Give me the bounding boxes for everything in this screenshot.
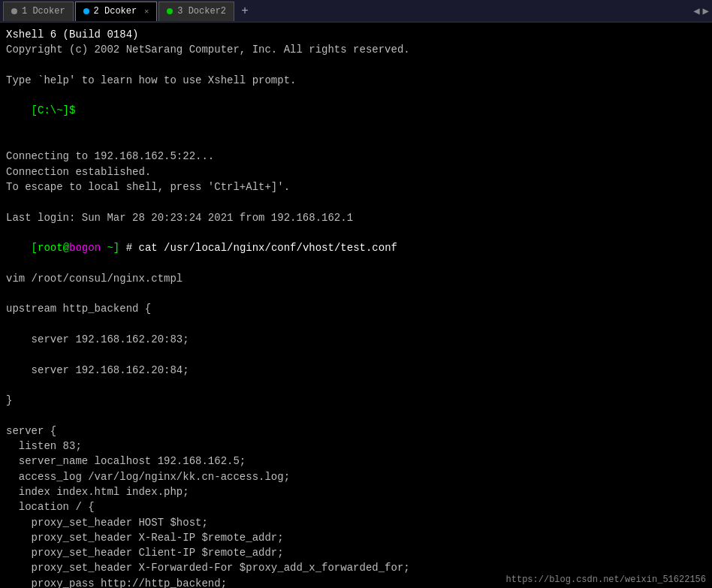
upstream-close: }	[6, 393, 706, 408]
blank-6	[6, 347, 706, 362]
server-83: server 192.168.162.20:83;	[6, 332, 706, 347]
blank-4	[6, 286, 706, 301]
tab-1-dot	[11, 8, 17, 14]
tab-prev-icon[interactable]: ◀	[693, 5, 699, 17]
tab-2-dot	[83, 8, 89, 14]
index-line: index index.html index.php;	[6, 484, 706, 499]
prompt-hash: #	[119, 242, 138, 254]
prompt-at: @	[63, 242, 69, 254]
tab-3-docker2[interactable]: 3 Docker2	[158, 2, 234, 21]
prompt-close-bracket: ]	[113, 242, 119, 254]
prompt-user: root	[38, 242, 63, 254]
add-tab-button[interactable]: +	[237, 4, 252, 19]
help-hint: Type `help' to learn how to use Xshell p…	[6, 73, 706, 88]
cat-command: cat /usr/local/nginx/conf/vhost/test.con…	[138, 242, 397, 254]
established-line: Connection established.	[6, 164, 706, 179]
tab-navigation: ◀ ▶	[693, 5, 709, 17]
tab-3-dot	[167, 8, 173, 14]
blank-5	[6, 317, 706, 332]
blank-2	[6, 134, 706, 149]
tab-2-close-icon[interactable]: ✕	[144, 7, 149, 16]
proxy-client-ip: proxy_set_header Client-IP $remote_addr;	[6, 545, 706, 560]
upstream-open: upstream http_backend {	[6, 301, 706, 316]
copyright-line: Copyright (c) 2002 NetSarang Computer, I…	[6, 42, 706, 57]
last-login: Last login: Sun Mar 28 20:23:24 2021 fro…	[6, 210, 706, 225]
blank-1	[6, 58, 706, 73]
blank-3	[6, 194, 706, 210]
access-log-line: access_log /var/log/nginx/kk.cn-access.l…	[6, 469, 706, 484]
vim-command-output: vim /root/consul/nginx.ctmpl	[6, 271, 706, 286]
proxy-host: proxy_set_header HOST $host;	[6, 515, 706, 530]
tab-3-label: 3 Docker2	[177, 6, 226, 17]
tab-1-label: 1 Dcoker	[22, 6, 65, 17]
prompt-tilde: ~	[101, 242, 113, 254]
proxy-real-ip: proxy_set_header X-Real-IP $remote_addr;	[6, 530, 706, 545]
tab-2-dcoker[interactable]: 2 Dcoker ✕	[75, 2, 158, 21]
blank-7	[6, 378, 706, 393]
local-prompt: [C:\~]$	[6, 88, 706, 134]
prompt-host: bogon	[69, 242, 101, 254]
tab-1-dcoker[interactable]: 1 Dcoker	[3, 2, 74, 21]
prompt-local-label: [C:\~]$	[32, 104, 76, 116]
terminal[interactable]: Xshell 6 (Build 0184) Copyright (c) 2002…	[0, 23, 712, 588]
server-84: server 192.168.162.20:84;	[6, 363, 706, 378]
proxy-forwarded-for: proxy_set_header X-Forwarded-For $proxy_…	[6, 560, 706, 575]
connecting-line: Connecting to 192.168.162.5:22...	[6, 149, 706, 164]
prompt-cat-cmd: [root@bogon ~] # cat /usr/local/nginx/co…	[6, 225, 706, 271]
location-open: location / {	[6, 499, 706, 514]
status-url: https://blog.csdn.net/weixin_51622156	[506, 574, 706, 585]
server-name-line: server_name localhost 192.168.162.5;	[6, 454, 706, 469]
tab-2-label: 2 Dcoker	[94, 6, 137, 17]
listen-line: listen 83;	[6, 439, 706, 454]
tab-next-icon[interactable]: ▶	[703, 5, 709, 17]
xshell-version: Xshell 6 (Build 0184)	[6, 27, 706, 42]
server-block-open: server {	[6, 424, 706, 439]
blank-8	[6, 408, 706, 423]
title-bar: 1 Dcoker 2 Dcoker ✕ 3 Docker2 + ◀ ▶	[0, 0, 712, 23]
prompt-open-bracket: [	[32, 242, 38, 254]
escape-hint: To escape to local shell, press 'Ctrl+Al…	[6, 179, 706, 194]
